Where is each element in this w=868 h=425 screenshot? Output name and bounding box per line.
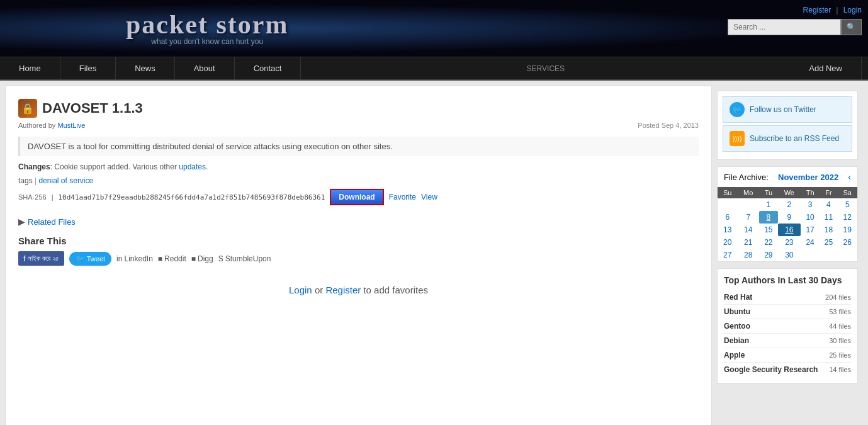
calendar-day-link[interactable]: 16	[785, 225, 793, 234]
calendar-day[interactable]: 13	[718, 224, 738, 236]
calendar-day-link[interactable]: 6	[725, 213, 730, 222]
logo-text[interactable]: packet storm	[126, 9, 288, 40]
digg-link[interactable]: ■ Digg	[191, 254, 213, 263]
download-button[interactable]: Download	[330, 189, 383, 205]
calendar-day-link[interactable]: 30	[785, 251, 793, 259]
calendar-day-link[interactable]: 19	[843, 225, 852, 234]
calendar-day-link[interactable]: 1	[767, 200, 771, 209]
calendar-day-link[interactable]: 22	[764, 238, 772, 247]
facebook-button[interactable]: f লাইক করে ২৫	[18, 251, 64, 266]
calendar-day-link[interactable]: 29	[764, 251, 772, 259]
tag-link[interactable]: denial of service	[39, 176, 94, 185]
calendar-day[interactable]: 19	[837, 224, 857, 236]
nav-home[interactable]: Home	[0, 57, 60, 79]
calendar-day[interactable]: 4	[820, 198, 837, 211]
calendar-day[interactable]: 16	[778, 224, 801, 236]
calendar-header-row: SuMoTuWeThFrSa	[718, 187, 857, 198]
login-line-login[interactable]: Login	[289, 285, 312, 295]
author-name[interactable]: Red Hat	[724, 293, 752, 302]
calendar-day-link[interactable]: 28	[744, 251, 752, 259]
calendar-day[interactable]: 17	[801, 224, 820, 236]
tags-sep: |	[35, 176, 37, 185]
calendar-day[interactable]: 6	[718, 211, 738, 224]
calendar-day[interactable]: 7	[738, 211, 759, 224]
favorite-link[interactable]: Favorite	[389, 193, 416, 201]
calendar-day[interactable]: 14	[738, 224, 759, 236]
view-link[interactable]: View	[421, 193, 437, 201]
twitter-share-button[interactable]: 🐦 Tweet	[69, 252, 111, 266]
calendar-day-link[interactable]: 12	[843, 213, 852, 222]
calendar-day[interactable]: 15	[759, 224, 778, 236]
calendar-day-link[interactable]: 13	[723, 225, 731, 234]
calendar-day[interactable]: 5	[837, 198, 857, 211]
login-link[interactable]: Login	[843, 6, 862, 14]
calendar-day-link[interactable]: 9	[787, 213, 791, 222]
calendar-day-link[interactable]: 4	[826, 200, 831, 209]
calendar-day[interactable]: 23	[778, 236, 801, 249]
calendar-day-link[interactable]: 21	[744, 238, 752, 247]
calendar-day[interactable]: 22	[759, 236, 778, 249]
linkedin-link[interactable]: in LinkedIn	[116, 254, 153, 263]
calendar-day[interactable]: 21	[738, 236, 759, 249]
tags-label: tags	[18, 176, 33, 185]
author-name[interactable]: Google Security Research	[724, 365, 818, 374]
related-files-link[interactable]: Related Files	[28, 217, 76, 227]
twitter-follow-link[interactable]: 🐦 Follow us on Twitter	[723, 96, 852, 123]
calendar-day[interactable]: 1	[759, 198, 778, 211]
cal-day-header: Th	[801, 187, 820, 198]
calendar-day[interactable]: 27	[718, 249, 738, 261]
calendar-day-link[interactable]: 20	[723, 238, 731, 247]
calendar-day[interactable]: 9	[778, 211, 801, 224]
calendar-day-link[interactable]: 8	[767, 213, 771, 222]
author-name[interactable]: Apple	[724, 351, 745, 360]
reddit-link[interactable]: ■ Reddit	[158, 254, 186, 263]
calendar-day-link[interactable]: 2	[787, 200, 791, 209]
nav-add-new[interactable]: Add New	[790, 57, 862, 79]
calendar-day-link[interactable]: 25	[825, 238, 833, 247]
calendar-day-link[interactable]: 11	[825, 213, 833, 222]
calendar-day-link[interactable]: 15	[764, 225, 772, 234]
stumble-link[interactable]: S StumbleUpon	[218, 254, 271, 263]
calendar-day[interactable]: 28	[738, 249, 759, 261]
register-link[interactable]: Register	[803, 6, 831, 14]
calendar-day-link[interactable]: 17	[806, 225, 814, 234]
calendar-day[interactable]: 24	[801, 236, 820, 249]
calendar-day[interactable]: 3	[801, 198, 820, 211]
calendar-prev-nav[interactable]: ‹	[848, 172, 851, 182]
author-name[interactable]: Ubuntu	[724, 307, 750, 316]
calendar-day-link[interactable]: 23	[785, 238, 793, 247]
calendar-day[interactable]: 10	[801, 211, 820, 224]
calendar-day[interactable]: 8	[759, 211, 778, 224]
calendar-day-link[interactable]: 7	[746, 213, 750, 222]
nav-news[interactable]: News	[116, 57, 175, 79]
search-input[interactable]	[728, 19, 841, 35]
calendar-day-link[interactable]: 5	[845, 200, 850, 209]
calendar-day-link[interactable]: 10	[806, 213, 814, 222]
calendar-day[interactable]: 29	[759, 249, 778, 261]
author-name[interactable]: Gentoo	[724, 322, 750, 331]
calendar-day[interactable]: 18	[820, 224, 837, 236]
calendar-day[interactable]: 30	[778, 249, 801, 261]
nav-about[interactable]: About	[175, 57, 235, 79]
calendar-day[interactable]: 26	[837, 236, 857, 249]
nav-files[interactable]: Files	[60, 57, 116, 79]
calendar-day-link[interactable]: 14	[744, 225, 752, 234]
login-line-suffix: to add favorites	[363, 285, 428, 295]
calendar-day[interactable]: 25	[820, 236, 837, 249]
changes-link[interactable]: updates	[179, 162, 206, 171]
calendar-day-link[interactable]: 24	[806, 238, 814, 247]
author-link[interactable]: MustLive	[57, 122, 85, 129]
calendar-day-link[interactable]: 18	[825, 225, 833, 234]
author-name[interactable]: Debian	[724, 336, 749, 345]
calendar-day[interactable]: 2	[778, 198, 801, 211]
rss-link[interactable]: )))) Subscribe to an RSS Feed	[723, 125, 852, 152]
calendar-day[interactable]: 11	[820, 211, 837, 224]
search-button[interactable]: 🔍	[841, 19, 862, 35]
calendar-day[interactable]: 12	[837, 211, 857, 224]
calendar-day-link[interactable]: 27	[723, 251, 731, 259]
nav-contact[interactable]: Contact	[235, 57, 302, 79]
calendar-day-link[interactable]: 3	[808, 200, 813, 209]
calendar-day-link[interactable]: 26	[843, 238, 852, 247]
calendar-day[interactable]: 20	[718, 236, 738, 249]
login-line-register[interactable]: Register	[325, 285, 361, 295]
